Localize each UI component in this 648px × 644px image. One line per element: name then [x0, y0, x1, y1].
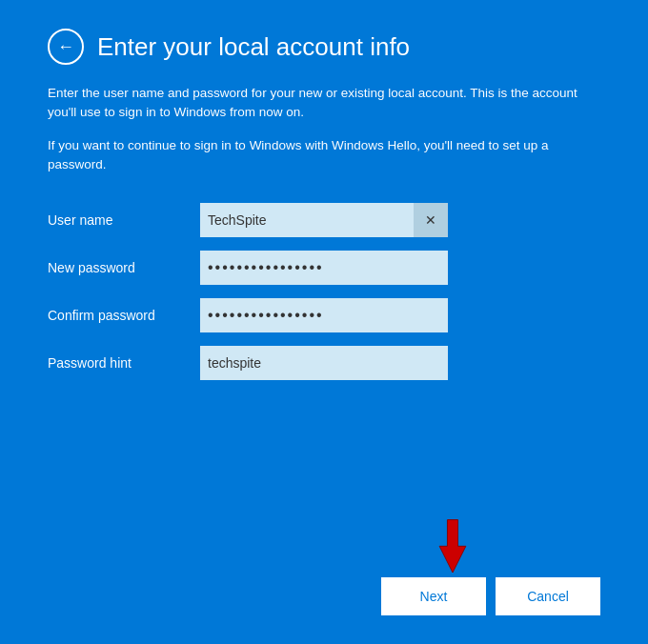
- red-arrow-icon: [434, 515, 472, 573]
- confirm-password-row: Confirm password: [48, 298, 600, 332]
- new-password-row: New password: [48, 251, 600, 285]
- header: ← Enter your local account info: [48, 29, 600, 65]
- confirm-password-input[interactable]: [200, 298, 448, 332]
- new-password-input-wrapper: [200, 251, 448, 285]
- confirm-password-input-wrapper: [200, 298, 448, 332]
- cursor-arrow: [434, 515, 472, 573]
- username-label: User name: [48, 212, 200, 228]
- description-2: If you want to continue to sign in to Wi…: [48, 136, 600, 175]
- password-hint-label: Password hint: [48, 355, 200, 371]
- cancel-button[interactable]: Cancel: [496, 577, 600, 615]
- form-area: User name ✕ New password Confirm passwor…: [48, 203, 600, 393]
- description-1: Enter the user name and password for you…: [48, 84, 600, 123]
- username-clear-button[interactable]: ✕: [414, 203, 448, 237]
- password-hint-input[interactable]: [200, 346, 448, 380]
- svg-marker-0: [439, 520, 466, 573]
- next-button[interactable]: Next: [381, 577, 486, 615]
- confirm-password-label: Confirm password: [48, 308, 200, 323]
- back-button[interactable]: ←: [48, 29, 84, 65]
- username-input[interactable]: [200, 203, 448, 237]
- username-row: User name ✕: [48, 203, 600, 237]
- password-hint-row: Password hint: [48, 346, 600, 380]
- footer: Next Cancel: [381, 577, 600, 615]
- password-hint-input-wrapper: [200, 346, 448, 380]
- new-password-label: New password: [48, 260, 200, 275]
- page-title: Enter your local account info: [97, 32, 410, 62]
- back-arrow-icon: ←: [57, 38, 74, 55]
- new-password-input[interactable]: [200, 251, 448, 285]
- page-container: ← Enter your local account info Enter th…: [0, 0, 648, 644]
- username-input-wrapper: ✕: [200, 203, 448, 237]
